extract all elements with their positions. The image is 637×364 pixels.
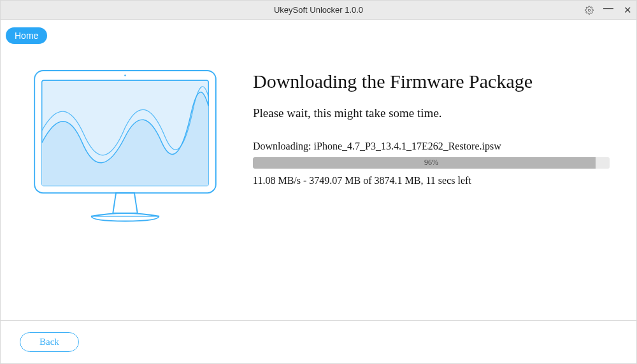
page-title: Downloading the Firmware Package [253,71,617,92]
app-window: UkeySoft Unlocker 1.0.0 — ✕ Home [0,0,637,364]
download-prefix: Downloading: [253,141,314,151]
download-filename: iPhone_4.7_P3_13.4.1_17E262_Restore.ipsw [314,141,501,151]
page-subtext: Please wait, this might take some time. [253,106,617,120]
home-button[interactable]: Home [6,27,47,44]
monitor-illustration [20,69,230,228]
titlebar: UkeySoft Unlocker 1.0.0 — ✕ [1,1,636,20]
main-row: Downloading the Firmware Package Please … [20,69,617,228]
footer: Back [1,320,636,363]
close-icon[interactable]: ✕ [622,5,633,15]
minimize-icon[interactable]: — [603,3,613,13]
svg-point-2 [124,74,126,76]
download-stats: 11.08 MB/s - 3749.07 MB of 3874.1 MB, 11… [253,175,617,186]
window-title: UkeySoft Unlocker 1.0.0 [1,5,636,15]
settings-icon[interactable] [584,5,594,15]
content-area: Home [1,20,636,320]
progress-label: 96% [253,158,610,167]
back-button[interactable]: Back [20,332,79,352]
window-controls: — ✕ [584,1,633,20]
info-panel: Downloading the Firmware Package Please … [230,69,617,228]
download-file-line: Downloading: iPhone_4.7_P3_13.4.1_17E262… [253,141,617,152]
progress-bar-track: 96% [253,157,610,169]
svg-point-0 [588,9,590,11]
